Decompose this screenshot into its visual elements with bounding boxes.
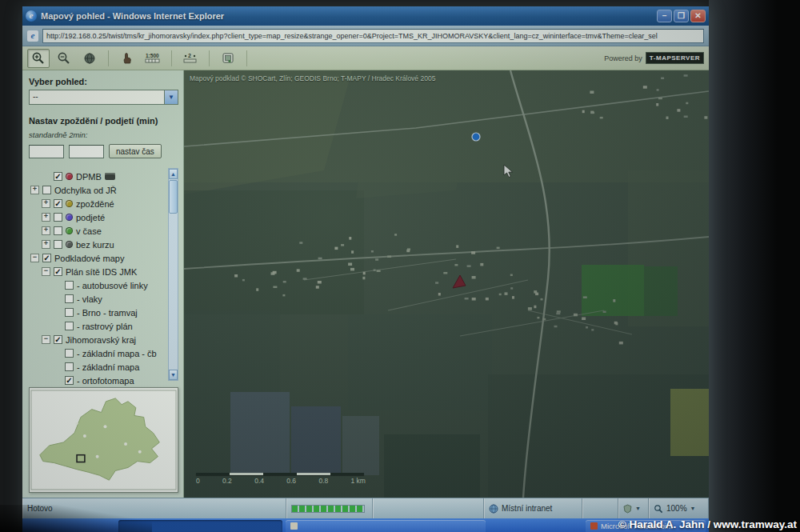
layer-checkbox[interactable] <box>42 186 51 194</box>
sidebar-scrollbar[interactable]: ▲ ▼ <box>168 168 178 381</box>
map-viewport[interactable]: Mapový podklad © SHOCart, Zlín; GEODIS B… <box>184 70 709 498</box>
layer-label[interactable]: Plán sítě IDS JMK <box>66 267 137 277</box>
measure-icon[interactable]: 2 <box>179 49 202 68</box>
layer-checkbox[interactable] <box>54 226 62 235</box>
tree-item: +Odchylka od JŘ <box>29 183 168 197</box>
scrollbar-thumb[interactable] <box>169 180 178 214</box>
layer-label[interactable]: bez kurzu <box>76 240 114 250</box>
layer-label[interactable]: Jihomoravský kraj <box>66 335 136 345</box>
layer-tree-wrap: ✓DPMB+Odchylka od JŘ+✓zpožděné+podjeté+v… <box>29 168 178 381</box>
layer-checkbox[interactable]: ✓ <box>54 267 62 276</box>
delay-input-2[interactable] <box>69 145 104 158</box>
scale-tick-label: 0 <box>196 477 200 485</box>
blue-vehicle-marker[interactable] <box>472 133 480 141</box>
layer-label[interactable]: - základní mapa <box>77 362 139 372</box>
plus-expander-icon[interactable]: + <box>42 199 50 208</box>
address-bar: e http://192.168.0.25/twist/tms/kr_jihom… <box>22 26 709 46</box>
layer-label[interactable]: - rastrový plán <box>77 322 133 331</box>
toolbar-separator <box>246 50 247 66</box>
ie-logo-icon: e <box>26 10 37 22</box>
t-mapserver-logo: T-MAPSERVER <box>646 52 704 64</box>
expander-spacer <box>53 281 62 290</box>
pan-icon[interactable] <box>78 49 101 68</box>
scale-bar: 00.20.40.60.81 km <box>196 473 366 485</box>
tree-item: +bez kurzu <box>29 238 168 251</box>
layer-label[interactable]: zpožděné <box>76 199 114 209</box>
taskbar-button[interactable] <box>286 520 486 532</box>
minus-expander-icon[interactable]: − <box>30 254 39 262</box>
layer-label[interactable]: - vlaky <box>77 294 102 304</box>
taskbar-button[interactable] <box>118 520 282 532</box>
protection-control[interactable]: ▼ <box>618 498 649 518</box>
toolbar-separator <box>171 50 172 66</box>
layer-checkbox[interactable] <box>65 362 74 371</box>
layer-label[interactable]: DPMB <box>76 172 102 182</box>
layer-label[interactable]: - autobusové linky <box>77 281 148 290</box>
layer-label[interactable]: Podkladové mapy <box>54 254 124 263</box>
toolbar-separator <box>108 50 109 66</box>
scrollbar-track[interactable] <box>169 179 178 370</box>
page-ie-icon: e <box>27 30 38 42</box>
layer-checkbox[interactable] <box>54 240 62 249</box>
zoom-control[interactable]: 100% ▼ <box>649 498 709 518</box>
bus-icon <box>105 173 115 180</box>
tree-item: - rastrový plán <box>29 319 168 333</box>
layer-label[interactable]: podjeté <box>76 213 105 222</box>
tree-item: −✓Plán sítě IDS JMK <box>29 265 168 278</box>
minus-expander-icon[interactable]: − <box>42 335 50 344</box>
url-input[interactable]: http://192.168.0.25/twist/tms/kr_jihomor… <box>42 29 704 43</box>
zoom-out-icon[interactable] <box>53 49 75 68</box>
layer-checkbox[interactable]: ✓ <box>65 376 74 385</box>
layer-checkbox[interactable]: ✓ <box>54 335 62 344</box>
plus-expander-icon[interactable]: + <box>30 186 39 194</box>
layer-checkbox[interactable] <box>65 349 74 358</box>
delay-hint: standardně 2min: <box>29 130 178 139</box>
scale-tick-label: 1 km <box>351 477 366 485</box>
layer-checkbox[interactable] <box>65 308 74 317</box>
photo-dark-edge <box>709 0 800 532</box>
windows-taskbar: Microsoft PowerPoint <box>22 518 709 532</box>
tree-item: ✓DPMB <box>29 170 168 183</box>
maximize-button[interactable]: ❐ <box>674 10 689 22</box>
aerial-map-image[interactable] <box>184 70 709 498</box>
layer-checkbox[interactable] <box>65 281 74 290</box>
tree-item: ✓- ortofotomapa <box>29 374 168 387</box>
select-hand-icon[interactable] <box>116 49 138 68</box>
layers-sidebar: Vyber pohled: -- ▼ Nastav zpoždění / pod… <box>22 70 184 498</box>
minus-expander-icon[interactable]: − <box>42 267 50 276</box>
layer-label[interactable]: v čase <box>76 226 102 236</box>
layer-checkbox[interactable] <box>65 322 74 330</box>
ie-window: e Mapový pohled - Windows Internet Explo… <box>22 6 709 532</box>
layer-checkbox[interactable] <box>65 294 74 303</box>
expander-spacer <box>53 308 62 317</box>
scroll-up-icon[interactable]: ▲ <box>169 169 178 179</box>
scroll-down-icon[interactable]: ▼ <box>169 370 178 380</box>
layer-checkbox[interactable]: ✓ <box>54 199 62 208</box>
photo-of-projected-screen: e Mapový pohled - Windows Internet Explo… <box>0 0 800 532</box>
layer-label[interactable]: Odchylka od JŘ <box>54 186 117 195</box>
layer-label[interactable]: - Brno - tramvaj <box>77 308 138 318</box>
overview-map[interactable] <box>29 387 178 493</box>
layer-checkbox[interactable]: ✓ <box>54 172 62 181</box>
expander-spacer <box>53 349 62 358</box>
plus-expander-icon[interactable]: + <box>42 213 50 222</box>
minimize-button[interactable]: – <box>657 10 672 22</box>
plus-expander-icon[interactable]: + <box>42 226 50 235</box>
tree-item: +✓zpožděné <box>29 197 168 210</box>
print-image-icon[interactable] <box>217 49 239 68</box>
layer-label[interactable]: - ortofotomapa <box>77 376 134 386</box>
view-select[interactable]: -- ▼ <box>29 90 178 105</box>
status-text: Hotovo <box>27 504 53 513</box>
map-attribution: Mapový podklad © SHOCart, Zlín; GEODIS B… <box>190 74 435 82</box>
chevron-down-icon[interactable]: ▼ <box>164 90 178 104</box>
scale-1-500-icon[interactable]: 1:500 <box>142 49 164 68</box>
layer-label[interactable]: - základní mapa - čb <box>77 349 157 358</box>
set-time-button[interactable]: nastav čas <box>109 144 162 158</box>
plus-expander-icon[interactable]: + <box>42 240 50 249</box>
zoom-in-icon[interactable] <box>27 49 50 68</box>
delay-input-1[interactable] <box>29 145 64 158</box>
close-button[interactable]: ✕ <box>690 10 706 22</box>
layer-checkbox[interactable]: ✓ <box>42 254 51 262</box>
layer-tree: ✓DPMB+Odchylka od JŘ+✓zpožděné+podjeté+v… <box>29 168 168 381</box>
layer-checkbox[interactable] <box>54 213 62 222</box>
